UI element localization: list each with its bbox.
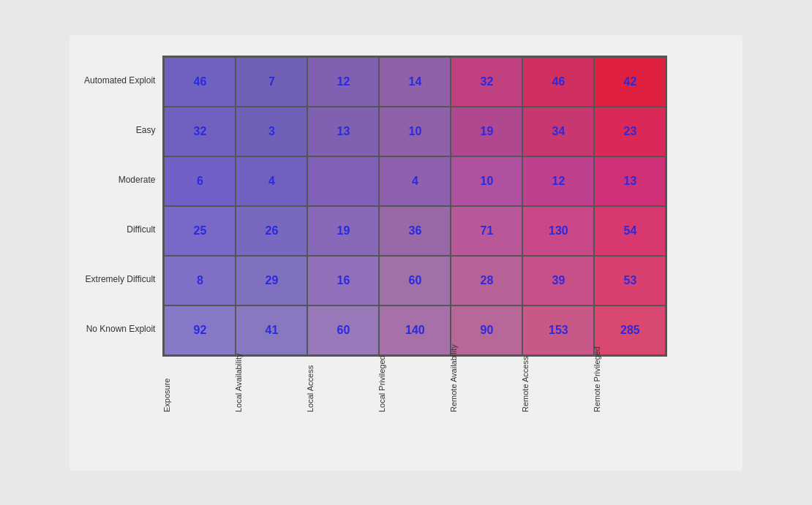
cell-r2-c5[interactable]: 12 [522, 156, 594, 206]
cell-r4-c1[interactable]: 29 [236, 256, 307, 305]
cell-r0-c2[interactable]: 12 [307, 57, 379, 107]
cell-r1-c6[interactable]: 23 [594, 107, 666, 156]
col-label-2: Local Access [306, 361, 377, 412]
cell-r1-c2[interactable]: 13 [307, 107, 379, 156]
cell-r1-c1[interactable]: 3 [236, 107, 307, 156]
col-label-1: Local Availability [234, 361, 306, 412]
row-label-2: Moderate [84, 155, 159, 205]
cell-r4-c5[interactable]: 39 [522, 256, 594, 305]
data-grid: 4671214324642323131019342364410121325261… [162, 56, 667, 357]
cell-r3-c3[interactable]: 36 [379, 206, 451, 256]
cell-r2-c2[interactable] [307, 156, 379, 206]
matrix-wrapper: Automated ExploitEasyModerateDifficultEx… [84, 56, 728, 412]
cell-r4-c6[interactable]: 53 [594, 256, 666, 305]
cell-r2-c6[interactable]: 13 [594, 156, 666, 206]
cell-r1-c5[interactable]: 34 [522, 107, 594, 156]
row-label-5: No Known Exploit [84, 304, 159, 354]
cell-r5-c4[interactable]: 90 [451, 305, 522, 355]
col-label-3: Local Privileged [377, 361, 449, 412]
cell-r5-c2[interactable]: 60 [307, 305, 379, 355]
cell-r0-c3[interactable]: 14 [379, 57, 451, 107]
cell-r0-c6[interactable]: 42 [594, 57, 666, 107]
cell-r2-c0[interactable]: 6 [164, 156, 236, 206]
cell-r0-c1[interactable]: 7 [236, 57, 307, 107]
col-labels: ExposureLocal AvailabilityLocal AccessLo… [162, 361, 667, 412]
cell-r4-c4[interactable]: 28 [451, 256, 522, 305]
cell-r5-c0[interactable]: 92 [164, 305, 236, 355]
cell-r4-c3[interactable]: 60 [379, 256, 451, 305]
row-labels: Automated ExploitEasyModerateDifficultEx… [84, 56, 159, 354]
cell-r3-c2[interactable]: 19 [307, 206, 379, 256]
cell-r2-c1[interactable]: 4 [236, 156, 307, 206]
cell-r5-c3[interactable]: 140 [379, 305, 451, 355]
cell-r2-c3[interactable]: 4 [379, 156, 451, 206]
cell-r5-c5[interactable]: 153 [522, 305, 594, 355]
cell-r5-c1[interactable]: 41 [236, 305, 307, 355]
col-label-0: Exposure [162, 361, 234, 412]
cell-r5-c6[interactable]: 285 [594, 305, 666, 355]
cell-r3-c0[interactable]: 25 [164, 206, 236, 256]
cell-r2-c4[interactable]: 10 [451, 156, 522, 206]
row-label-4: Extremely Difficult [84, 254, 159, 304]
chart-container: Automated ExploitEasyModerateDifficultEx… [69, 35, 743, 471]
row-label-3: Difficult [84, 205, 159, 254]
cell-r0-c0[interactable]: 46 [164, 57, 236, 107]
cell-r1-c3[interactable]: 10 [379, 107, 451, 156]
cell-r1-c0[interactable]: 32 [164, 107, 236, 156]
cell-r3-c4[interactable]: 71 [451, 206, 522, 256]
cell-r4-c0[interactable]: 8 [164, 256, 236, 305]
grid-and-cols: 4671214324642323131019342364410121325261… [162, 56, 667, 412]
cell-r0-c4[interactable]: 32 [451, 57, 522, 107]
cell-r3-c6[interactable]: 54 [594, 206, 666, 256]
col-label-6: Remote Privileged [593, 361, 664, 412]
cell-r3-c1[interactable]: 26 [236, 206, 307, 256]
row-label-1: Easy [84, 105, 159, 155]
cell-r1-c4[interactable]: 19 [451, 107, 522, 156]
col-label-4: Remote Availability [449, 361, 521, 412]
cell-r4-c2[interactable]: 16 [307, 256, 379, 305]
row-label-0: Automated Exploit [84, 56, 159, 105]
cell-r3-c5[interactable]: 130 [522, 206, 594, 256]
col-label-5: Remote Access [521, 361, 593, 412]
cell-r0-c5[interactable]: 46 [522, 57, 594, 107]
